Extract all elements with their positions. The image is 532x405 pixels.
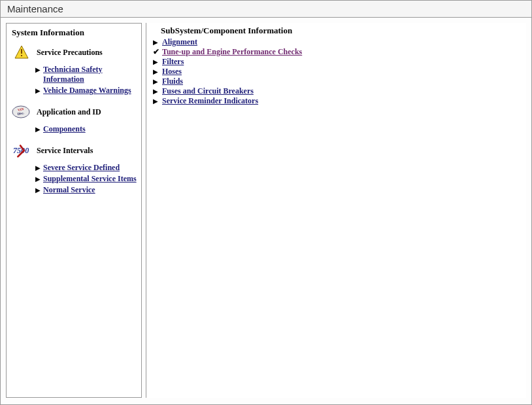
list-item[interactable]: ▶ Hoses: [153, 67, 520, 77]
link-alignment[interactable]: Alignment: [162, 37, 197, 47]
left-pane: System Information Service Precautions ▶…: [6, 23, 142, 398]
link-technician-safety[interactable]: Technician Safety Information: [43, 65, 139, 84]
section-title: Service Intervals: [37, 146, 93, 156]
link-severe-service[interactable]: Severe Service Defined: [43, 163, 120, 173]
section-service-intervals: 7500 Service Intervals: [9, 140, 139, 161]
triangle-icon: ▶: [153, 57, 159, 67]
triangle-icon: ▶: [35, 174, 41, 184]
section-title: Application and ID: [37, 107, 101, 117]
list-item[interactable]: ▶ Normal Service: [35, 185, 139, 196]
right-heading: SubSystem/Component Information: [153, 26, 520, 37]
left-heading: System Information: [9, 27, 139, 42]
section-title: Service Precautions: [37, 48, 103, 58]
right-list: ▶ Alignment ✔ Tune-up and Engine Perform…: [153, 37, 520, 106]
sublist-application-id: ▶ Components: [9, 122, 139, 140]
sublist-service-intervals: ▶ Severe Service Defined ▶ Supplemental …: [9, 161, 139, 201]
list-item[interactable]: ▶ Alignment: [153, 37, 520, 47]
title-bar: Maintenance: [1, 1, 531, 18]
section-service-precautions: Service Precautions: [9, 42, 139, 63]
section-application-id: VIN Disc. Application and ID: [9, 101, 139, 122]
list-item[interactable]: ▶ Vehicle Damage Warnings: [35, 85, 139, 96]
list-item[interactable]: ▶ Components: [35, 124, 139, 135]
check-icon: ✔: [153, 47, 159, 57]
vin-disc-icon: VIN Disc.: [12, 104, 31, 120]
right-pane: SubSystem/Component Information ▶ Alignm…: [146, 23, 526, 398]
warning-icon: [12, 44, 31, 60]
list-item[interactable]: ▶ Service Reminder Indicators: [153, 96, 520, 106]
triangle-icon: ▶: [153, 86, 159, 96]
link-reminder[interactable]: Service Reminder Indicators: [162, 96, 258, 106]
link-supplemental-service[interactable]: Supplemental Service Items: [43, 174, 137, 184]
triangle-icon: ▶: [153, 37, 159, 47]
triangle-icon: ▶: [35, 163, 41, 173]
link-normal-service[interactable]: Normal Service: [43, 185, 95, 195]
workspace: System Information Service Precautions ▶…: [1, 18, 531, 403]
triangle-icon: ▶: [153, 96, 159, 106]
svg-rect-1: [21, 49, 22, 54]
link-tuneup[interactable]: Tune-up and Engine Performance Checks: [162, 47, 302, 57]
list-item[interactable]: ▶ Filters: [153, 57, 520, 67]
list-item[interactable]: ▶ Supplemental Service Items: [35, 173, 139, 185]
svg-rect-2: [21, 55, 22, 56]
link-components[interactable]: Components: [43, 124, 86, 134]
triangle-icon: ▶: [153, 77, 159, 86]
list-item[interactable]: ▶ Fluids: [153, 77, 520, 86]
link-filters[interactable]: Filters: [162, 57, 184, 67]
link-vehicle-damage[interactable]: Vehicle Damage Warnings: [43, 86, 131, 96]
triangle-icon: ▶: [35, 124, 41, 134]
triangle-icon: ▶: [35, 185, 41, 195]
list-item[interactable]: ▶ Technician Safety Information: [35, 64, 139, 85]
link-fluids[interactable]: Fluids: [162, 77, 183, 86]
list-item[interactable]: ▶ Fuses and Circuit Breakers: [153, 86, 520, 96]
page-title: Maintenance: [7, 3, 63, 14]
triangle-icon: ▶: [35, 86, 41, 96]
triangle-icon: ▶: [153, 67, 159, 77]
list-item[interactable]: ✔ Tune-up and Engine Performance Checks: [153, 47, 520, 57]
list-item[interactable]: ▶ Severe Service Defined: [35, 162, 139, 173]
link-fuses[interactable]: Fuses and Circuit Breakers: [162, 86, 254, 96]
7500-icon: 7500: [12, 143, 31, 158]
sublist-service-precautions: ▶ Technician Safety Information ▶ Vehicl…: [9, 63, 139, 101]
triangle-icon: ▶: [35, 65, 41, 75]
link-hoses[interactable]: Hoses: [162, 67, 182, 77]
